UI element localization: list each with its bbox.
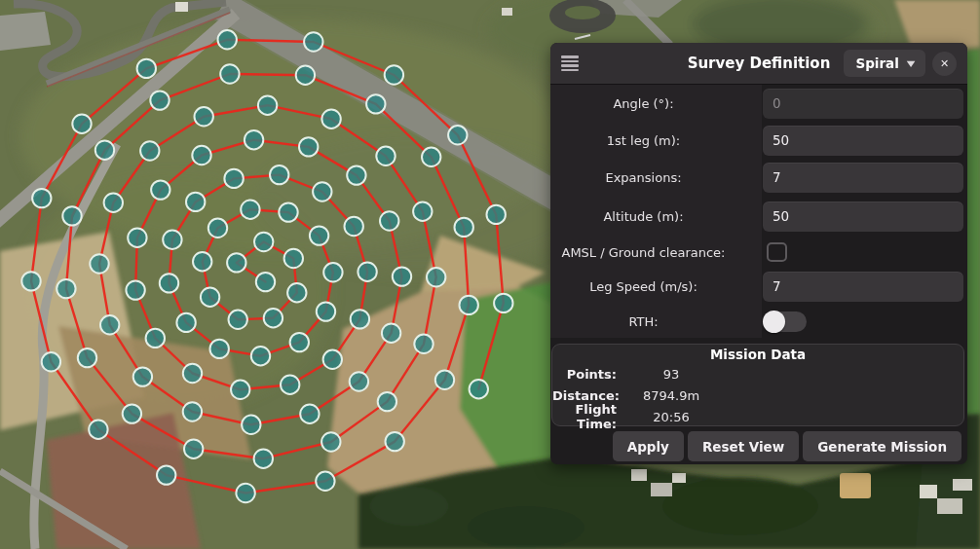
waypoint[interactable] <box>413 202 432 221</box>
waypoint[interactable] <box>201 288 219 307</box>
leg-speed-input[interactable]: 7 <box>763 272 963 302</box>
survey-type-dropdown[interactable]: Spiral ▼ <box>844 50 925 77</box>
waypoint[interactable] <box>183 402 202 421</box>
waypoint[interactable] <box>220 64 239 83</box>
waypoint[interactable] <box>323 350 342 369</box>
rth-toggle[interactable] <box>763 311 807 332</box>
waypoint[interactable] <box>104 194 123 212</box>
waypoint[interactable] <box>290 333 309 351</box>
waypoint[interactable] <box>72 115 91 133</box>
waypoint[interactable] <box>183 364 202 383</box>
waypoint[interactable] <box>460 296 478 314</box>
reset-view-button[interactable]: Reset View <box>688 431 799 461</box>
waypoint[interactable] <box>192 146 210 165</box>
waypoint[interactable] <box>245 130 263 149</box>
waypoint[interactable] <box>321 432 340 451</box>
waypoint[interactable] <box>208 219 227 238</box>
waypoint[interactable] <box>347 165 365 184</box>
waypoint[interactable] <box>380 211 398 230</box>
waypoint[interactable] <box>317 302 335 320</box>
waypoint[interactable] <box>57 279 75 298</box>
waypoint[interactable] <box>299 137 318 156</box>
waypoint[interactable] <box>229 311 247 329</box>
waypoint[interactable] <box>321 110 340 128</box>
waypoint[interactable] <box>126 280 144 299</box>
generate-mission-button[interactable]: Generate Mission <box>803 431 961 461</box>
waypoint[interactable] <box>254 450 273 468</box>
waypoint[interactable] <box>284 249 303 268</box>
waypoint[interactable] <box>184 440 203 458</box>
waypoint[interactable] <box>378 392 396 411</box>
waypoint[interactable] <box>358 263 376 281</box>
waypoint[interactable] <box>422 148 440 166</box>
waypoint[interactable] <box>258 96 277 115</box>
waypoint[interactable] <box>281 376 299 394</box>
waypoint[interactable] <box>455 218 473 237</box>
waypoint[interactable] <box>163 231 181 249</box>
waypoint[interactable] <box>427 268 445 286</box>
waypoint[interactable] <box>366 94 385 113</box>
waypoint[interactable] <box>90 254 108 273</box>
waypoint[interactable] <box>316 472 334 491</box>
waypoint[interactable] <box>264 309 283 327</box>
waypoint[interactable] <box>470 380 488 398</box>
waypoint[interactable] <box>270 165 288 184</box>
waypoint[interactable] <box>236 484 254 502</box>
waypoint[interactable] <box>254 233 273 251</box>
waypoint[interactable] <box>350 372 368 390</box>
waypoint[interactable] <box>323 263 342 281</box>
waypoint[interactable] <box>382 324 400 343</box>
waypoint[interactable] <box>256 273 275 291</box>
waypoint[interactable] <box>251 347 270 365</box>
waypoint[interactable] <box>137 59 156 78</box>
waypoint[interactable] <box>151 180 170 199</box>
waypoint[interactable] <box>123 404 141 422</box>
waypoint[interactable] <box>242 416 260 434</box>
waypoint[interactable] <box>487 205 506 224</box>
waypoint[interactable] <box>310 226 328 244</box>
expansions-input[interactable]: 7 <box>763 163 963 193</box>
waypoint[interactable] <box>193 252 211 271</box>
waypoint[interactable] <box>186 193 205 211</box>
waypoint[interactable] <box>89 421 107 439</box>
waypoint[interactable] <box>313 182 331 201</box>
waypoint[interactable] <box>100 315 119 334</box>
waypoint[interactable] <box>448 126 467 144</box>
waypoint[interactable] <box>150 91 169 109</box>
waypoint[interactable] <box>351 310 369 328</box>
waypoint[interactable] <box>160 274 178 292</box>
waypoint[interactable] <box>287 283 306 302</box>
waypoint[interactable] <box>414 335 433 353</box>
waypoint[interactable] <box>227 253 245 272</box>
waypoint[interactable] <box>224 169 243 188</box>
altitude-input[interactable]: 50 <box>763 201 963 232</box>
first-leg-input[interactable]: 50 <box>763 126 963 156</box>
waypoint[interactable] <box>62 206 81 225</box>
waypoint[interactable] <box>32 189 51 207</box>
amsl-checkbox[interactable] <box>767 242 787 262</box>
waypoint[interactable] <box>140 141 159 160</box>
waypoint[interactable] <box>128 229 146 247</box>
waypoint[interactable] <box>300 405 319 423</box>
close-button[interactable]: ✕ <box>932 52 957 76</box>
waypoint[interactable] <box>210 340 229 358</box>
waypoint[interactable] <box>176 313 195 332</box>
waypoint[interactable] <box>241 201 259 219</box>
waypoint[interactable] <box>78 348 96 367</box>
waypoint[interactable] <box>304 32 322 51</box>
waypoint[interactable] <box>157 465 175 484</box>
waypoint[interactable] <box>218 30 237 49</box>
waypoint[interactable] <box>133 367 152 385</box>
waypoint[interactable] <box>494 294 512 312</box>
waypoint[interactable] <box>42 352 60 371</box>
angle-input[interactable]: 0 <box>763 89 963 119</box>
waypoint[interactable] <box>386 432 404 451</box>
apply-button[interactable]: Apply <box>613 431 684 461</box>
waypoint[interactable] <box>146 329 165 348</box>
waypoint[interactable] <box>279 202 297 221</box>
waypoint[interactable] <box>376 147 395 165</box>
waypoint[interactable] <box>435 371 454 389</box>
waypoint[interactable] <box>21 272 40 290</box>
waypoint[interactable] <box>195 107 213 126</box>
waypoint[interactable] <box>231 381 249 399</box>
